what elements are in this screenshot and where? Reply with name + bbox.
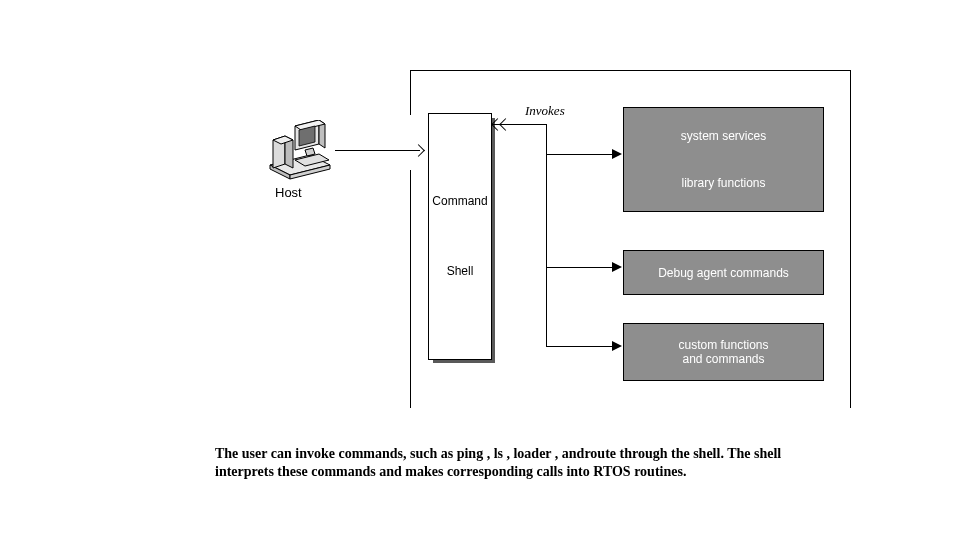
frame-left-lower: [410, 170, 411, 408]
command-shell-box: Command Shell: [428, 113, 492, 360]
custom-label-wrap: custom functions and commands: [626, 338, 821, 367]
custom-box: custom functions and commands: [623, 323, 824, 381]
branch-3-line: [546, 346, 614, 347]
services-label-2: library functions: [626, 176, 821, 190]
host-to-shell-arrow: [412, 144, 425, 157]
branch-1-line: [546, 154, 614, 155]
caption-text: The user can invoke commands, such as pi…: [215, 445, 785, 481]
frame-left-upper: [410, 70, 411, 115]
invokes-label: Invokes: [525, 103, 565, 119]
host-label: Host: [275, 185, 302, 200]
services-label-1: system services: [626, 129, 821, 143]
host-computer-icon: [265, 120, 335, 180]
custom-label-2: and commands: [682, 352, 764, 366]
custom-label-1: custom functions: [678, 338, 768, 352]
branch-2-arrow: [612, 262, 622, 272]
svg-marker-10: [305, 148, 315, 156]
frame-right: [850, 70, 851, 408]
command-shell-label-1: Command: [429, 194, 491, 208]
branch-3-arrow: [612, 341, 622, 351]
debug-box: Debug agent commands: [623, 250, 824, 295]
svg-marker-9: [299, 126, 315, 146]
rtos-shell-diagram: Host Command Shell Invokes system servic…: [210, 60, 860, 410]
host-to-shell-line: [335, 150, 420, 151]
trunk-chevron-2: [499, 118, 512, 131]
trunk-vertical: [546, 124, 547, 346]
services-box: system services library functions: [623, 107, 824, 212]
debug-label: Debug agent commands: [626, 266, 821, 280]
branch-1-arrow: [612, 149, 622, 159]
branch-2-line: [546, 267, 614, 268]
frame-top: [410, 70, 850, 71]
command-shell-label-2: Shell: [429, 264, 491, 278]
